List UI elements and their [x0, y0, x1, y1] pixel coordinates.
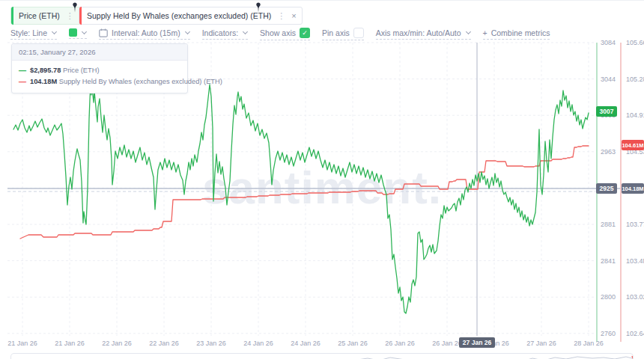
crosshair-supply-badge: 104.18M: [622, 183, 644, 194]
show-axis-toggle[interactable]: Show axis ✓: [260, 28, 310, 40]
chevron-down-icon: [82, 29, 87, 34]
timeline-minimap[interactable]: [10, 353, 634, 359]
svg-text:2841: 2841: [601, 257, 616, 265]
svg-text:104.18M: 104.18M: [622, 185, 643, 192]
svg-text:22 Jan 26: 22 Jan 26: [102, 340, 132, 347]
svg-text:26 Jan 26: 26 Jan 26: [385, 340, 415, 347]
color-swatch: [69, 28, 77, 37]
svg-text:24 Jan 26: 24 Jan 26: [243, 340, 273, 347]
supply-series-dash: —: [19, 76, 26, 88]
chart-tooltip: 02:15, January 27, 2026 — $2,895.78 Pric…: [11, 43, 188, 93]
checkbox-checked[interactable]: ✓: [300, 28, 310, 38]
tooltip-supply-label: Supply Held By Whales (exchanges exclude…: [59, 78, 222, 85]
svg-text:102.64M: 102.64M: [626, 330, 644, 337]
svg-text:27 Jan 26: 27 Jan 26: [463, 339, 492, 346]
tooltip-datetime: 02:15, January 27, 2026: [12, 44, 187, 61]
series-line: [13, 85, 589, 313]
svg-text:3084: 3084: [601, 40, 616, 46]
axis-maxmin-label: Axis max/min: Auto/Auto: [376, 28, 461, 37]
svg-text:2881: 2881: [601, 221, 616, 228]
tooltip-row-price: — $2,895.78 Price (ETH): [19, 65, 180, 76]
svg-text:26 Jan 26: 26 Jan 26: [432, 340, 462, 347]
pin-axis-label: Pin axis: [322, 28, 350, 37]
chart-toolbar: Style: Line Interval: Auto (15m) Indicat…: [10, 28, 550, 40]
chevron-down-icon: [52, 29, 57, 34]
price-series-dash: —: [19, 65, 26, 76]
svg-text:22 Jan 26: 22 Jan 26: [149, 340, 179, 347]
x-axis-labels: 21 Jan 2621 Jan 2622 Jan 2622 Jan 2623 J…: [7, 340, 604, 347]
svg-text:103.77M: 103.77M: [626, 221, 644, 228]
check-icon: ✓: [302, 29, 308, 37]
tooltip-price-value: $2,895.78: [30, 67, 61, 74]
svg-text:2925: 2925: [600, 185, 614, 192]
svg-text:23 Jan 26: 23 Jan 26: [196, 340, 226, 347]
svg-text:104.61M: 104.61M: [622, 142, 643, 149]
pin-icon[interactable]: [255, 2, 262, 13]
svg-text:3007: 3007: [600, 108, 614, 115]
svg-text:21 Jan 26: 21 Jan 26: [55, 340, 85, 347]
supply-last-value-badge: 104.61M: [622, 140, 644, 150]
axis-maxmin-dropdown[interactable]: Axis max/min: Auto/Auto: [376, 28, 471, 40]
color-swatch-dropdown[interactable]: [69, 28, 87, 39]
chevron-down-icon: [185, 29, 190, 34]
price-last-value-badge: 3007: [596, 106, 617, 117]
svg-text:105.66M: 105.66M: [626, 40, 644, 46]
tab-supply-whales[interactable]: Supply Held By Whales (exchanges exclude…: [79, 7, 303, 25]
tab-accent-bar: [11, 7, 13, 25]
tooltip-supply-value: 104.18M: [30, 78, 57, 85]
indicators-dropdown[interactable]: Indicators:: [202, 28, 248, 40]
chevron-down-icon: [243, 29, 248, 34]
chart-area[interactable]: santiment. 3084105.66M3044105.28M3003104…: [0, 40, 644, 351]
svg-text:25 Jan 26: 25 Jan 26: [338, 340, 368, 347]
tooltip-price-label: Price (ETH): [63, 67, 100, 74]
svg-text:105.28M: 105.28M: [626, 76, 644, 83]
santiment-chart-app: Price (ETH) ⋮ × Supply Held By Whales (e…: [0, 0, 644, 359]
chevron-down-icon: [466, 29, 471, 34]
combine-metrics-label: Combine metrics: [491, 28, 550, 37]
show-axis-label: Show axis: [260, 28, 296, 37]
svg-text:104.91M: 104.91M: [626, 111, 644, 119]
svg-text:2760: 2760: [601, 330, 616, 337]
style-label: Style: Line: [10, 28, 47, 37]
interval-dropdown[interactable]: Interval: Auto (15m): [99, 28, 190, 40]
close-icon[interactable]: ×: [291, 11, 296, 20]
svg-text:24 Jan 26: 24 Jan 26: [291, 340, 321, 347]
interval-label: Interval: Auto (15m): [112, 28, 180, 37]
svg-text:27 Jan 26: 27 Jan 26: [526, 340, 556, 347]
tab-accent-bar: [79, 7, 82, 25]
indicators-label: Indicators:: [202, 28, 238, 37]
calendar-icon: [99, 28, 108, 37]
svg-text:103.4M: 103.4M: [626, 257, 644, 265]
minimap-end-marker: [632, 356, 633, 359]
combine-metrics-button[interactable]: + Combine metrics: [483, 28, 550, 40]
pin-axis-toggle[interactable]: Pin axis: [322, 28, 364, 40]
metric-tab-bar: Price (ETH) ⋮ × Supply Held By Whales (e…: [0, 1, 644, 26]
kebab-menu-icon[interactable]: ⋮: [277, 11, 285, 21]
svg-text:28 Jan 26: 28 Jan 26: [574, 340, 604, 347]
crosshair-price-badge: 2925: [596, 183, 617, 194]
style-dropdown[interactable]: Style: Line: [10, 28, 57, 40]
svg-text:2963: 2963: [601, 148, 616, 156]
svg-text:3044: 3044: [601, 76, 616, 83]
svg-text:2800: 2800: [601, 293, 616, 301]
tooltip-row-supply: — 104.18M Supply Held By Whales (exchang…: [19, 76, 180, 88]
tab-label: Supply Held By Whales (exchanges exclude…: [87, 11, 271, 20]
minimap-sparkline: [11, 355, 633, 359]
checkbox-empty[interactable]: [353, 28, 364, 38]
crosshair-date-badge: 27 Jan 26: [459, 337, 495, 348]
svg-text:103.02M: 103.02M: [626, 293, 644, 301]
plus-icon: +: [483, 28, 487, 37]
svg-text:21 Jan 26: 21 Jan 26: [7, 340, 37, 347]
tab-label: Price (ETH): [19, 11, 60, 20]
pin-icon[interactable]: [71, 2, 79, 13]
